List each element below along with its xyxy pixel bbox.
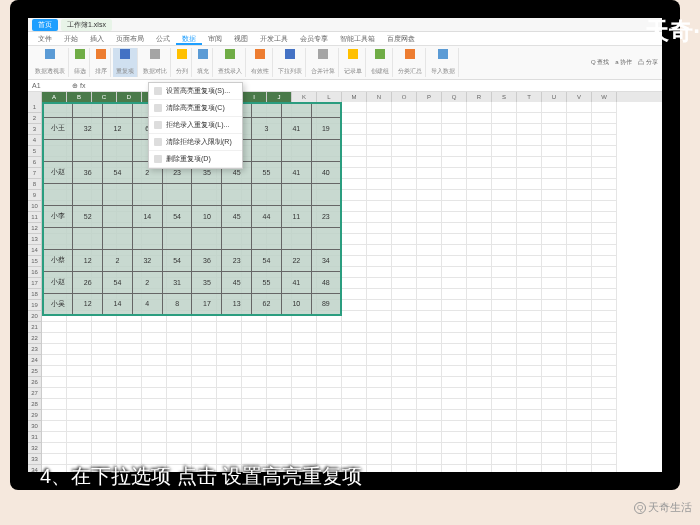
cell[interactable] [292, 421, 317, 432]
data-cell[interactable] [43, 183, 73, 205]
cell[interactable] [392, 388, 417, 399]
data-cell[interactable] [43, 103, 73, 117]
cell[interactable] [442, 454, 467, 465]
cell[interactable] [67, 421, 92, 432]
ribbon-tab[interactable]: 会员专享 [294, 32, 334, 45]
cell[interactable] [442, 410, 467, 421]
cell[interactable] [392, 366, 417, 377]
cell[interactable] [42, 322, 67, 333]
cell[interactable] [467, 179, 492, 190]
cell[interactable] [342, 300, 367, 311]
cell[interactable] [542, 454, 567, 465]
data-cell[interactable]: 31 [162, 271, 192, 293]
cell[interactable] [292, 344, 317, 355]
data-cell[interactable] [43, 139, 73, 161]
cell[interactable] [217, 399, 242, 410]
cell[interactable] [567, 102, 592, 113]
cell[interactable] [292, 355, 317, 366]
data-cell[interactable]: 41 [281, 161, 311, 183]
data-cell[interactable]: 小蔡 [43, 249, 73, 271]
cell[interactable] [217, 344, 242, 355]
cell[interactable] [392, 410, 417, 421]
cell[interactable] [592, 377, 617, 388]
cell[interactable] [442, 234, 467, 245]
ribbon-tab[interactable]: 公式 [150, 32, 176, 45]
cell[interactable] [217, 421, 242, 432]
cell[interactable] [392, 399, 417, 410]
data-cell[interactable]: 54 [162, 249, 192, 271]
cell[interactable] [367, 245, 392, 256]
cell[interactable] [242, 322, 267, 333]
data-cell[interactable]: 10 [281, 293, 311, 315]
cell[interactable] [442, 443, 467, 454]
ribbon-tab[interactable]: 视图 [228, 32, 254, 45]
cell[interactable] [317, 344, 342, 355]
fx-icons[interactable]: ⊕ fx [72, 82, 85, 90]
cell[interactable] [92, 377, 117, 388]
cell[interactable] [592, 267, 617, 278]
cell[interactable] [517, 201, 542, 212]
cell[interactable] [592, 366, 617, 377]
cell[interactable] [542, 245, 567, 256]
cell[interactable] [192, 355, 217, 366]
cell[interactable] [67, 366, 92, 377]
cell[interactable] [242, 388, 267, 399]
data-cell[interactable] [192, 227, 222, 249]
cell[interactable] [442, 267, 467, 278]
cell[interactable] [592, 113, 617, 124]
cell[interactable] [342, 102, 367, 113]
cell[interactable] [392, 465, 417, 472]
menu-reject-duplicates[interactable]: 拒绝录入重复项(L)... [149, 117, 242, 134]
data-cell[interactable] [132, 227, 162, 249]
cell[interactable] [117, 355, 142, 366]
tool-compare[interactable]: 数据对比 [140, 48, 171, 77]
cell[interactable] [392, 421, 417, 432]
cell[interactable] [417, 267, 442, 278]
cell[interactable] [592, 234, 617, 245]
cell[interactable] [342, 223, 367, 234]
cell[interactable] [542, 267, 567, 278]
cell[interactable] [367, 333, 392, 344]
cell[interactable] [142, 377, 167, 388]
cell[interactable] [492, 113, 517, 124]
cell[interactable] [417, 410, 442, 421]
cell[interactable] [592, 388, 617, 399]
cell[interactable] [542, 201, 567, 212]
file-tab[interactable]: 工作簿1.xlsx [61, 19, 112, 31]
cell[interactable] [292, 333, 317, 344]
data-cell[interactable]: 10 [192, 205, 222, 227]
cell[interactable] [417, 157, 442, 168]
cell[interactable] [367, 157, 392, 168]
cell[interactable] [392, 300, 417, 311]
spreadsheet-grid[interactable]: ABCDEFGHIJKLMNOPQRSTUVW 1234567891011121… [28, 92, 662, 472]
home-tab[interactable]: 首页 [32, 19, 58, 31]
cell[interactable] [117, 366, 142, 377]
tool-split[interactable]: 分列 [173, 48, 192, 77]
cell[interactable] [592, 443, 617, 454]
cell[interactable] [467, 146, 492, 157]
cell[interactable] [192, 333, 217, 344]
cell[interactable] [492, 344, 517, 355]
cell[interactable] [517, 366, 542, 377]
row-header[interactable]: 17 [28, 278, 42, 289]
cell[interactable] [467, 168, 492, 179]
menu-clear-highlight[interactable]: 清除高亮重复项(C) [149, 100, 242, 117]
cell[interactable] [542, 102, 567, 113]
row-header[interactable]: 3 [28, 124, 42, 135]
cell[interactable] [442, 256, 467, 267]
cell[interactable] [342, 146, 367, 157]
cell[interactable] [167, 366, 192, 377]
cell[interactable] [242, 410, 267, 421]
tool-record[interactable]: 记录单 [341, 48, 366, 77]
cell[interactable] [267, 355, 292, 366]
cell[interactable] [467, 278, 492, 289]
data-cell[interactable]: 45 [222, 205, 252, 227]
cell[interactable] [267, 377, 292, 388]
data-cell[interactable] [252, 227, 282, 249]
cell[interactable] [317, 366, 342, 377]
cell[interactable] [67, 432, 92, 443]
cell[interactable] [467, 256, 492, 267]
cell[interactable] [167, 399, 192, 410]
row-header[interactable]: 7 [28, 168, 42, 179]
cell[interactable] [492, 333, 517, 344]
